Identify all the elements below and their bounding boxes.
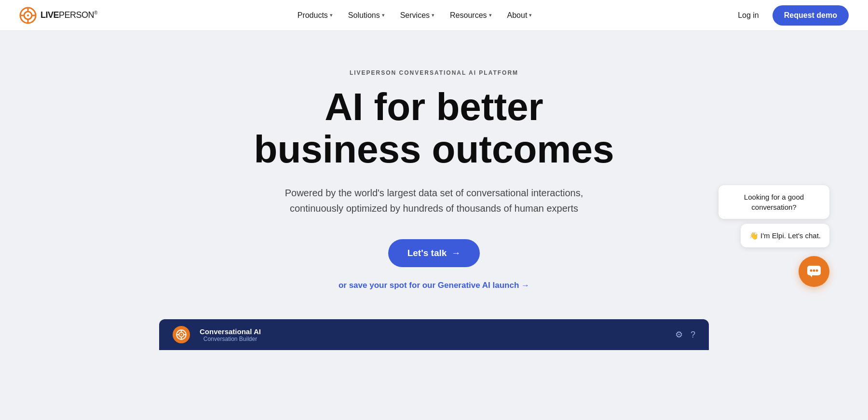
lets-talk-button[interactable]: Let's talk → <box>388 239 480 267</box>
chat-avatar-button[interactable] <box>799 256 829 287</box>
nav-actions: Log in Request demo <box>732 5 849 26</box>
bottom-bar-subtitle: Conversation Builder <box>200 336 261 342</box>
nav-services[interactable]: Services ▾ <box>393 7 441 24</box>
logo-wordmark: LIVEPERSON® <box>41 10 97 20</box>
liveperson-logo-icon <box>19 7 37 24</box>
hero-title: AI for better business outcomes <box>254 86 614 171</box>
navbar: LIVEPERSON® Products ▾ Solutions ▾ Servi… <box>0 0 868 31</box>
svg-point-9 <box>813 270 815 272</box>
liveperson-small-icon <box>176 329 187 340</box>
bottom-bar-text: Conversational AI Conversation Builder <box>200 327 261 342</box>
nav-solutions[interactable]: Solutions ▾ <box>341 7 392 24</box>
chevron-down-icon: ▾ <box>382 12 385 18</box>
bottom-bar-logo <box>173 326 190 343</box>
nav-menu: Products ▾ Solutions ▾ Services ▾ Resour… <box>291 7 539 24</box>
chat-bubble-2: 👋 I'm Elpi. Let's chat. <box>741 224 829 247</box>
save-spot-link[interactable]: or save your spot for our Generative AI … <box>339 281 529 290</box>
bottom-bar-actions: ⚙ ? <box>675 329 695 340</box>
nav-products[interactable]: Products ▾ <box>291 7 339 24</box>
hero-subtitle: Powered by the world's largest data set … <box>270 185 598 216</box>
login-button[interactable]: Log in <box>732 7 765 24</box>
settings-icon[interactable]: ⚙ <box>675 329 683 340</box>
logo-registered: ® <box>94 10 97 15</box>
nav-resources[interactable]: Resources ▾ <box>443 7 498 24</box>
logo-wordmark-person: PERSON <box>59 10 94 20</box>
hero-title-line1: AI for better <box>325 85 543 128</box>
logo-area: LIVEPERSON® <box>19 7 97 24</box>
chevron-down-icon: ▾ <box>432 12 434 18</box>
request-demo-button[interactable]: Request demo <box>773 5 849 26</box>
chat-widget: Looking for a good conversation? 👋 I'm E… <box>719 185 829 287</box>
hero-eyebrow: LIVEPERSON CONVERSATIONAL AI PLATFORM <box>350 69 518 76</box>
hero-title-line2: business outcomes <box>254 128 614 171</box>
bottom-bar-title: Conversational AI <box>200 327 261 336</box>
chevron-down-icon: ▾ <box>489 12 492 18</box>
arrow-icon: → <box>451 248 461 258</box>
svg-point-13 <box>181 334 182 335</box>
svg-point-10 <box>816 270 818 272</box>
svg-point-2 <box>27 14 29 16</box>
chevron-down-icon: ▾ <box>529 12 532 18</box>
svg-point-8 <box>810 270 813 272</box>
chat-icon <box>806 265 822 278</box>
nav-about[interactable]: About ▾ <box>501 7 539 24</box>
help-icon[interactable]: ? <box>691 330 695 340</box>
bottom-bar: Conversational AI Conversation Builder ⚙… <box>159 319 709 350</box>
hero-section: LIVEPERSON CONVERSATIONAL AI PLATFORM AI… <box>0 31 868 369</box>
chevron-down-icon: ▾ <box>330 12 333 18</box>
chat-bubble-1: Looking for a good conversation? <box>719 185 829 219</box>
